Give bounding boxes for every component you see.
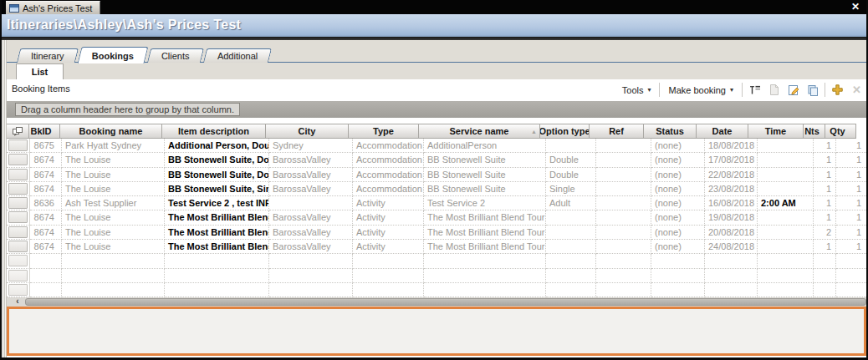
scrollbar-thumb[interactable]	[25, 298, 866, 306]
cell-nts: 1	[814, 196, 836, 210]
view-item-button[interactable]	[767, 83, 781, 97]
cell-qty: 1	[836, 182, 867, 196]
field-chooser-icon	[748, 84, 761, 96]
row-indicator	[7, 196, 30, 210]
toolbar-separator	[742, 83, 743, 97]
tab-bookings[interactable]: Bookings	[77, 47, 148, 63]
table-row[interactable]: 8674The LouiseBB Stonewell Suite, Doubl.…	[7, 168, 867, 182]
edit-booking-button[interactable]	[786, 83, 800, 97]
cell-ref	[596, 139, 651, 153]
cell-service_name: Test Service 2	[424, 196, 546, 210]
tab-itinerary[interactable]: Itinerary	[17, 48, 79, 63]
grid-header-row: BkIDBooking nameItem descriptionCityType…	[7, 124, 867, 139]
cell-booking_name	[62, 254, 165, 268]
cell-item_description: BB Stonewell Suite, Single...	[165, 182, 269, 196]
cell-item_description: BB Stonewell Suite, Doubl...	[165, 153, 269, 167]
title-bar: Ash's Prices Test ✕	[0, 0, 868, 14]
section-title: Booking Items	[12, 84, 70, 94]
column-header-ref[interactable]: Ref	[589, 124, 644, 139]
window-title: Ash's Prices Test	[23, 3, 92, 13]
cell-qty: 1	[836, 196, 867, 210]
cell-ref	[596, 254, 651, 268]
cell-status: (none)	[651, 210, 705, 225]
cell-service_name	[424, 254, 546, 268]
cell-time	[758, 269, 814, 283]
table-row[interactable]: 8674The LouiseBB Stonewell Suite, Doubl.…	[7, 153, 867, 167]
scroll-left-icon[interactable]: ‹	[12, 297, 23, 307]
subtab-list[interactable]: List	[16, 63, 64, 79]
cell-nts	[814, 283, 836, 297]
edit-icon	[787, 84, 800, 97]
cell-service_name	[424, 269, 546, 283]
cell-status: (none)	[651, 139, 705, 153]
column-header-bkid[interactable]: BkID	[28, 124, 60, 139]
cell-service_name	[424, 283, 546, 297]
column-header-date[interactable]: Date	[696, 124, 748, 139]
cell-city: BarossaValley	[269, 240, 353, 254]
cell-service_name: BB Stonewell Suite	[424, 153, 546, 167]
column-header-item_description[interactable]: Item description	[161, 124, 266, 139]
cell-option_type	[546, 269, 596, 283]
sort-asc-icon: ▲	[531, 129, 537, 134]
make-booking-button[interactable]: Make booking ▾	[665, 84, 737, 97]
column-header-city[interactable]: City	[265, 124, 349, 139]
row-indicator	[7, 168, 30, 182]
cell-date: 17/08/2018	[705, 153, 758, 167]
cell-ref	[596, 196, 651, 210]
table-row[interactable]: 8674The LouiseThe Most Brilliant Blend T…	[7, 210, 867, 225]
tools-button[interactable]: Tools ▾	[619, 84, 655, 97]
window-title-tab[interactable]: Ash's Prices Test	[6, 1, 100, 14]
breadcrumb-banner: Itineraries\Ashley\Ash's Prices Test	[0, 14, 868, 37]
breadcrumb: Itineraries\Ashley\Ash's Prices Test	[0, 14, 868, 36]
table-row[interactable]: 8674The LouiseThe Most Brilliant Blend T…	[7, 226, 867, 240]
column-header-option_type[interactable]: Option type	[539, 124, 590, 139]
column-chooser-header[interactable]	[7, 124, 29, 139]
cell-service_name: The Most Brilliant Blend Tour	[424, 226, 546, 240]
column-header-type[interactable]: Type	[348, 124, 419, 139]
cell-item_description: Test Service 2 , test INR1	[165, 196, 269, 210]
cell-option_type	[546, 210, 596, 225]
field-chooser-button[interactable]	[748, 83, 762, 97]
cell-booking_name: The Louise	[62, 240, 165, 254]
tab-additional[interactable]: Additional	[202, 48, 272, 63]
table-row[interactable]: 8636Ash Test SupplierTest Service 2 , te…	[7, 196, 867, 210]
add-item-button[interactable]	[830, 83, 845, 97]
cell-city	[269, 254, 353, 268]
column-header-service_name[interactable]: Service name▲	[418, 124, 540, 139]
copy-booking-button[interactable]	[805, 83, 819, 97]
cell-date: 19/08/2018	[705, 210, 758, 225]
row-indicator	[7, 240, 30, 254]
column-header-qty[interactable]: Qty	[825, 124, 856, 139]
horizontal-scrollbar[interactable]: ‹	[7, 297, 867, 307]
row-indicator	[7, 182, 30, 196]
cell-item_description: The Most Brilliant Blend T...	[165, 226, 269, 240]
cell-time	[758, 168, 814, 182]
cell-status	[651, 269, 705, 283]
window-icon	[9, 4, 19, 13]
column-header-nts[interactable]: Nts	[803, 124, 825, 139]
column-header-booking_name[interactable]: Booking name	[59, 124, 162, 139]
cell-option_type: Adult	[546, 196, 596, 210]
cell-booking_name	[62, 269, 165, 283]
cell-qty	[836, 283, 867, 297]
cell-time	[758, 210, 814, 225]
group-by-bar[interactable]: Drag a column header here to group by th…	[7, 101, 867, 118]
table-row[interactable]: 8675Park Hyatt SydneyAdditional Person, …	[7, 139, 867, 153]
table-row[interactable]: 8674The LouiseBB Stonewell Suite, Single…	[7, 182, 867, 196]
tab-strip: Itinerary Bookings Clients Additional	[18, 46, 273, 63]
cell-type: Activity	[353, 240, 424, 254]
close-icon[interactable]: ✕	[851, 1, 860, 13]
cell-time	[758, 153, 814, 167]
table-row[interactable]: 8674The LouiseThe Most Brilliant Blend T…	[7, 240, 867, 254]
column-header-time[interactable]: Time	[748, 124, 804, 139]
column-header-status[interactable]: Status	[643, 124, 697, 139]
tab-clients[interactable]: Clients	[147, 48, 204, 63]
cell-item_description: The Most Brilliant Blend T...	[165, 210, 269, 225]
toolbar-separator	[659, 83, 660, 97]
delete-item-button[interactable]: ✕	[850, 83, 864, 97]
cell-bkid: 8674	[30, 153, 62, 167]
cell-type	[353, 269, 424, 283]
row-indicator	[7, 210, 30, 225]
cell-status: (none)	[651, 168, 705, 182]
cell-type: Activity	[353, 226, 424, 240]
